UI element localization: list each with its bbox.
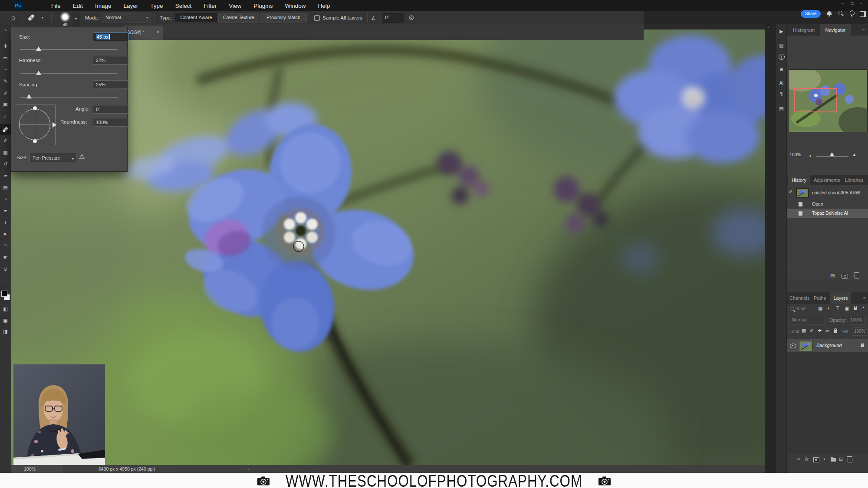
edit-toolbar-icon[interactable]: ⋯ [0, 278, 11, 284]
history-row[interactable]: Open [787, 200, 868, 209]
status-zoom-level[interactable]: 100% [24, 466, 36, 472]
size-slider[interactable] [20, 49, 118, 50]
close-icon[interactable]: × [860, 1, 862, 5]
navigator-zoom-readout[interactable]: 100% [789, 152, 801, 157]
spacing-slider-thumb[interactable] [26, 94, 32, 98]
notifications-bell-icon[interactable] [827, 11, 832, 15]
menu-image[interactable]: Image [89, 3, 118, 9]
search-icon[interactable] [838, 11, 842, 15]
pen-pressure-select[interactable]: Pen Pressure ▾ [30, 153, 76, 162]
zoom-out-icon[interactable]: ▴ [809, 154, 811, 157]
paragraph-panel-icon[interactable]: ¶ [776, 91, 787, 96]
kind-filter-label[interactable]: Kind [796, 306, 806, 311]
blur-tool[interactable]: ◔ [0, 197, 11, 202]
hardness-slider-thumb[interactable] [36, 71, 41, 75]
chevron-down-icon[interactable]: ▾ [42, 16, 43, 20]
size-slider-thumb[interactable] [36, 46, 41, 51]
menu-file[interactable]: File [45, 3, 67, 9]
panel-menu-icon[interactable]: ≡ [863, 296, 866, 301]
close-icon[interactable]: × [157, 29, 159, 35]
angle-input[interactable]: 0° [382, 13, 404, 23]
maximize-icon[interactable]: ▢ [851, 1, 854, 5]
fill-input[interactable]: 100% [852, 328, 868, 336]
menu-select[interactable]: Select [169, 3, 198, 9]
navigator-zoom-thumb[interactable] [830, 152, 834, 156]
clone-source-panel-icon[interactable]: ⊕ [776, 67, 787, 72]
tab-adjustments[interactable]: Adjustments [814, 177, 840, 183]
move-tool[interactable]: ✚ [0, 43, 11, 49]
menu-filter[interactable]: Filter [197, 3, 223, 9]
minimize-icon[interactable]: — [841, 1, 845, 5]
angle-input[interactable]: 0° [93, 105, 128, 114]
roundness-input[interactable]: 100% [93, 118, 128, 127]
new-group-folder-icon[interactable] [831, 458, 836, 462]
size-input[interactable]: 45 px [93, 33, 128, 41]
actions-panel-icon[interactable]: ▶ [776, 29, 787, 34]
history-brush-source-icon[interactable]: ✐ [789, 189, 792, 194]
tab-libraries[interactable]: Libraries [845, 177, 863, 183]
create-texture-button[interactable]: Create Texture [218, 13, 259, 23]
menu-edit[interactable]: Edit [67, 3, 89, 9]
tab-channels[interactable]: Channels [789, 295, 809, 301]
scrollbar-up-icon[interactable]: ▴ [767, 25, 769, 29]
layer-row-background[interactable]: Background [787, 339, 868, 352]
layer-effects-fx-icon[interactable]: fx [805, 457, 809, 462]
add-layer-mask-icon[interactable] [813, 457, 819, 462]
content-aware-button[interactable]: Content-Aware [175, 13, 217, 22]
lock-position-icon[interactable]: ✚ [818, 328, 822, 334]
gradient-tool[interactable]: ▤ [0, 185, 11, 190]
menu-window[interactable]: Window [279, 3, 312, 9]
home-icon[interactable]: ⌂ [11, 13, 15, 21]
status-arrow-left-icon[interactable]: ‹ [265, 466, 266, 471]
status-arrow-right-icon[interactable]: › [247, 466, 249, 472]
document-tab[interactable]: B/16#) * × [123, 26, 163, 40]
expand-tools-icon[interactable]: » [0, 28, 11, 33]
workspace-icon[interactable] [860, 11, 866, 17]
lock-pixels-icon[interactable]: ✐ [810, 328, 814, 334]
zoom-tool[interactable]: ⊙ [0, 266, 11, 272]
delete-state-trash-icon[interactable] [855, 274, 859, 278]
history-snapshot-row[interactable]: ✐ untitled shoot-305.ARW [787, 187, 868, 199]
history-row-selected[interactable]: Topaz DeNoise AI [787, 209, 868, 218]
info-panel-icon[interactable]: i [779, 54, 785, 60]
navigator-zoom-slider[interactable] [816, 156, 848, 157]
eyedropper-tool[interactable]: ∕ [0, 114, 11, 119]
healing-brush-tool-icon[interactable] [28, 14, 35, 21]
share-button[interactable]: Share [801, 10, 821, 18]
shape-tool[interactable]: □ [0, 243, 11, 248]
character-panel-icon[interactable]: A| [776, 81, 787, 85]
filter-adjustment-icon[interactable]: ◐ [827, 305, 830, 311]
filter-pixel-icon[interactable]: ▦ [818, 305, 822, 311]
tab-paths[interactable]: Paths [814, 295, 826, 301]
spacing-slider[interactable] [20, 97, 118, 98]
angle-arrow-handle[interactable] [53, 122, 56, 128]
quick-mask-icon[interactable]: ◧ [0, 306, 11, 312]
opacity-input[interactable]: 100% [848, 316, 866, 324]
spot-healing-brush-tool[interactable] [0, 124, 11, 135]
hardness-slider[interactable] [20, 73, 118, 74]
menu-type[interactable]: Type [144, 3, 169, 9]
roundness-handle-bottom[interactable] [33, 139, 37, 143]
tab-layers[interactable]: Layers [830, 292, 851, 304]
zoom-in-icon[interactable]: ▲ [852, 152, 857, 157]
lasso-tool[interactable]: ~ [0, 67, 11, 72]
sample-all-layers-checkbox[interactable] [314, 15, 320, 21]
roundness-handle-top[interactable] [33, 106, 37, 110]
libraries-panel-icon[interactable]: ▤ [776, 106, 787, 111]
blend-mode-select[interactable]: Normal [789, 316, 826, 324]
link-layers-icon[interactable]: ∞ [797, 456, 800, 462]
new-layer-icon[interactable]: ⊞ [839, 456, 843, 462]
history-brush-tool[interactable]: ↺ [0, 161, 11, 167]
lock-artboard-icon[interactable]: ▱ [825, 328, 829, 334]
path-selection-tool[interactable]: ▶ [0, 232, 11, 236]
crop-tool[interactable]: # [0, 90, 11, 95]
new-document-from-state-icon[interactable]: ▤ [830, 273, 835, 278]
proximity-match-button[interactable]: Proximity Match [260, 13, 307, 23]
menu-view[interactable]: View [223, 3, 247, 9]
type-tool[interactable]: T [0, 220, 11, 225]
status-doc-dimensions[interactable]: 6430 px x 4950 px (240 ppi) [99, 466, 155, 472]
delete-layer-trash-icon[interactable] [848, 458, 852, 462]
tab-history[interactable]: History [788, 175, 810, 185]
menu-layer[interactable]: Layer [118, 3, 145, 9]
screen-mode-alt-icon[interactable]: ◨ [0, 329, 11, 334]
